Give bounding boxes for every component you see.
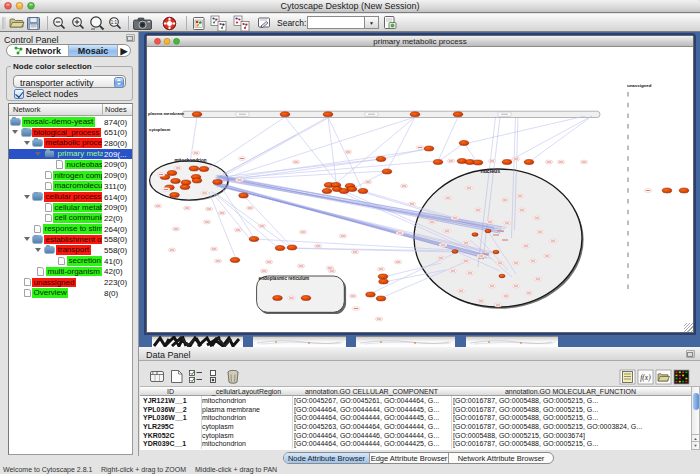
svg-text:unassigned: unassigned (627, 83, 652, 88)
svg-text:plasma membrane: plasma membrane (148, 111, 185, 116)
svg-text:f(x): f(x) (640, 373, 651, 382)
svg-text:endoplasmic reticulum: endoplasmic reticulum (259, 276, 310, 281)
svg-text:1:1: 1:1 (111, 20, 118, 25)
svg-text:cytoplasm: cytoplasm (149, 127, 170, 132)
svg-text:nucleus: nucleus (481, 168, 501, 174)
svg-text:mitochondrion: mitochondrion (175, 158, 207, 163)
